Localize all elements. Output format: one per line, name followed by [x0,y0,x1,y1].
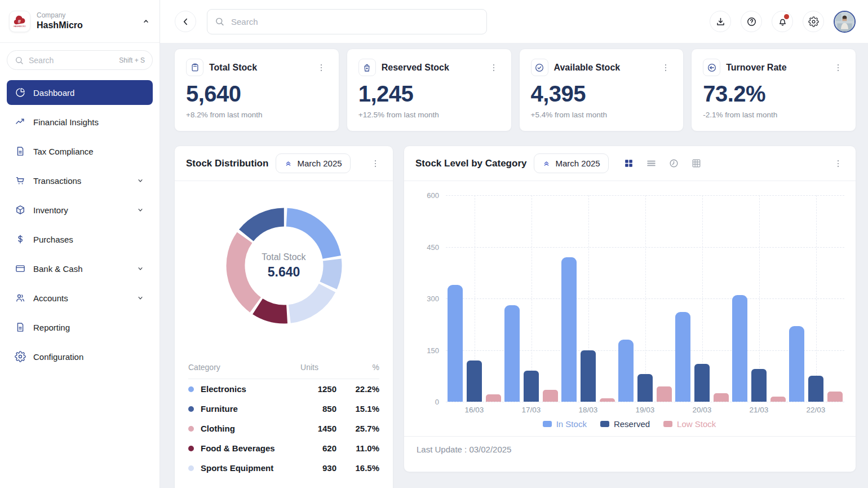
sidebar-item-accounts[interactable]: Accounts [7,285,153,310]
bar-reserved [637,374,653,402]
bar-in-stock [732,295,747,402]
kebab-icon [489,63,499,73]
stat-card-total-stock: Total Stock 5,640 +8.2% from last month [174,49,339,131]
notifications-button[interactable] [772,11,793,32]
back-button[interactable] [175,11,196,32]
bar-in-stock [561,257,577,402]
bar-low-stock [827,392,843,402]
stat-cards-row: Total Stock 5,640 +8.2% from last month … [174,49,856,131]
legend-label: Low Stock [677,419,716,429]
chevron-down-icon [136,176,145,185]
chevron-up-icon [141,17,150,26]
bar-chart-plot [446,195,844,402]
chevron-down-icon [136,205,145,214]
stock-distribution-title: Stock Distribution [186,158,268,169]
help-button[interactable] [741,11,762,32]
clipboard-icon [186,59,203,76]
bar-in-stock [789,326,804,402]
legend-item-low-stock[interactable]: Low Stock [663,419,716,429]
y-tick-label: 150 [427,346,439,354]
lock-bag-icon [358,59,376,76]
gear-icon [15,351,26,362]
bar-chart-x-axis: 16/0317/0318/0319/0320/0321/0322/03 [446,406,844,414]
sidebar-search[interactable]: Search Shift + S [7,50,153,70]
sidebar-item-reporting[interactable]: Reporting [7,315,153,340]
sidebar-item-transactions[interactable]: Transactions [7,168,153,193]
double-chevron-up-icon [284,159,293,168]
bar-reserved [751,369,767,402]
view-clock-toggle[interactable] [667,157,681,170]
bar-chart: 6004503001500 16/0317/0318/0319/0320/032… [404,181,856,429]
download-button[interactable] [710,11,731,32]
donut-segment-clothing [235,238,255,305]
stat-value: 5,640 [186,81,327,107]
category-percent: 11.0% [336,443,379,453]
donut-segment-other [328,260,332,285]
x-tick-label: 20/03 [674,406,730,414]
bar-low-stock [486,394,501,402]
category-color-dot [188,406,194,412]
table-icon [691,158,702,169]
chevron-down-icon [136,264,145,273]
view-list-toggle[interactable] [645,157,658,170]
donut-segment-sports-equipment [289,288,327,314]
category-color-dot [188,386,194,392]
topbar [160,0,868,43]
category-units: 1450 [282,424,336,433]
stat-menu-button[interactable] [315,61,327,74]
gear-icon [808,16,819,27]
company-label: Company [37,11,135,20]
sidebar-item-financial-insights[interactable]: Financial Insights [7,109,153,134]
trending-up-icon [15,116,26,128]
legend-swatch [663,421,672,427]
legend-item-in-stock[interactable]: In Stock [543,419,587,429]
sidebar-item-label: Tax Compliance [33,147,94,156]
distribution-period-selector[interactable]: March 2025 [276,153,350,173]
stock-level-menu-button[interactable] [832,157,844,170]
distribution-menu-button[interactable] [369,157,382,170]
stat-card-available-stock: Available Stock 4,395 +5.4% from last mo… [519,49,684,131]
legend-item-reserved[interactable]: Reserved [600,419,650,429]
legend-label: In Stock [556,419,587,429]
bar-group-22-03 [787,195,844,402]
sidebar-item-dashboard[interactable]: Dashboard [7,80,153,105]
stock-distribution-donut: Total Stock 5.640 [175,181,393,350]
sidebar-item-label: Purchases [33,235,73,244]
sidebar-item-tax-compliance[interactable]: Tax Compliance [7,139,153,164]
bar-group-21-03 [730,195,787,402]
stat-change: +12.5% from last month [358,111,500,119]
company-switcher[interactable]: # HASHMICRO Company HashMicro [0,0,160,43]
y-tick-label: 600 [427,191,439,200]
stat-card-reserved-stock: Reserved Stock 1,245 +12.5% from last mo… [347,49,512,131]
view-grid-toggle[interactable] [622,157,636,170]
stock-level-title: Stock Level by Category [415,158,526,169]
gridline [816,195,817,402]
stat-menu-button[interactable] [659,61,672,74]
settings-button[interactable] [803,11,824,32]
user-avatar[interactable] [834,11,856,33]
view-table-toggle[interactable] [690,157,703,170]
sidebar-item-purchases[interactable]: Purchases [7,227,153,252]
bar-reserved [694,364,710,402]
y-tick-label: 300 [427,294,439,303]
users-icon [15,292,26,304]
distribution-table: Category Units % Electronics 1250 22.2%F… [175,363,393,478]
stock-level-period-selector[interactable]: March 2025 [534,153,608,173]
sidebar-item-inventory[interactable]: Inventory [7,197,153,222]
svg-text:HASHMICRO: HASHMICRO [14,25,26,27]
check-circle-icon [531,59,548,76]
sidebar-item-configuration[interactable]: Configuration [7,344,153,369]
donut-segment-electronics [286,217,331,257]
gridline [446,402,844,402]
category-color-dot [188,446,194,451]
stat-menu-button[interactable] [488,61,500,74]
legend-swatch [543,421,552,427]
sidebar-item-bank-cash[interactable]: Bank & Cash [7,256,153,281]
kebab-icon [833,159,843,169]
stock-level-period-label: March 2025 [555,159,600,168]
search-input[interactable] [207,9,487,34]
sidebar-search-shortcut: Shift + S [119,56,145,64]
clock-icon [668,158,679,169]
grid-icon [623,158,634,169]
stat-menu-button[interactable] [832,61,844,74]
